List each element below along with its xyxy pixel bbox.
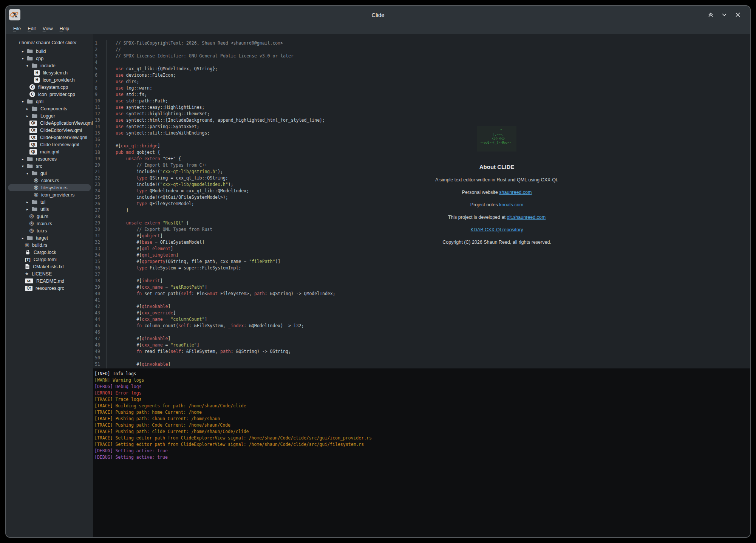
tree-item-gui.rs[interactable]: ®gui.rs xyxy=(8,213,91,220)
code-line[interactable]: 10use std::path::Path; xyxy=(93,98,750,104)
tree-item-include[interactable]: ▾include xyxy=(8,62,91,69)
tree-item-icon_provider.h[interactable]: Hicon_provider.h xyxy=(8,76,91,84)
tree-item-Cargo.lock[interactable]: Cargo.lock xyxy=(8,249,91,256)
expand-arrow-icon[interactable]: ▸ xyxy=(26,107,31,111)
tree-item-Cargo.toml[interactable]: [T]Cargo.toml xyxy=(8,256,91,263)
tree-item-icon_provider.cpp[interactable]: Cicon_provider.cpp xyxy=(8,91,91,98)
code-line[interactable]: 46 xyxy=(93,329,750,336)
tree-item-label: Cargo.toml xyxy=(34,257,57,262)
code-line[interactable]: 5use cxx_qt_lib::{QModelIndex, QString}; xyxy=(93,66,750,72)
code-line[interactable]: 45 fn column_count(self: &FileSystem, _i… xyxy=(93,323,750,329)
line-number: 18 xyxy=(93,149,107,156)
expand-arrow-icon[interactable]: ▾ xyxy=(26,172,31,175)
log-panel[interactable]: [INFO] Info logs[WARN] Warning logs[DEBU… xyxy=(93,368,750,537)
tree-item-LICENSE[interactable]: ★LICENSE xyxy=(8,270,91,277)
menu-item-help[interactable]: Help xyxy=(56,26,73,31)
code-line[interactable]: 36 type FileSystem = super::FileSystemIm… xyxy=(93,265,750,271)
about-link[interactable]: git.shaunreed.com xyxy=(507,215,546,220)
expand-arrow-icon[interactable]: ▾ xyxy=(22,57,27,60)
tree-item-main.qml[interactable]: Qtmain.qml xyxy=(8,148,91,155)
code-line[interactable]: 3// SPDX-License-Identifier: GNU General… xyxy=(93,53,750,59)
menu-item-file[interactable]: File xyxy=(10,26,24,31)
expand-arrow-icon[interactable]: ▾ xyxy=(22,100,27,104)
tree-item-target[interactable]: ▸target xyxy=(8,234,91,241)
code-line[interactable]: 40 fn set_root_path(self: Pin<&mut FileS… xyxy=(93,291,750,297)
expand-arrow-icon[interactable]: ▸ xyxy=(26,207,31,211)
title-bar[interactable]: X Clide xyxy=(6,6,750,23)
code-line[interactable]: 43 #[cxx_override] xyxy=(93,310,750,316)
tree-item-main.rs[interactable]: ®main.rs xyxy=(8,220,91,227)
about-link[interactable]: shaunreed.com xyxy=(499,190,532,195)
tree-item-filesystem.rs[interactable]: ®filesystem.rs xyxy=(8,184,91,191)
code-text: use std::fs; xyxy=(107,91,750,98)
expand-arrow-icon[interactable]: ▸ xyxy=(26,200,31,204)
code-line[interactable]: 42 #[qinvokable] xyxy=(93,303,750,310)
tree-item-Components[interactable]: ▸Components xyxy=(8,105,91,112)
code-line[interactable]: 11use syntect::easy::HighlightLines; xyxy=(93,104,750,111)
code-line[interactable]: 39 #[cxx_name = "setRootPath"] xyxy=(93,284,750,291)
code-line[interactable]: 34 #[qml_singleton] xyxy=(93,252,750,258)
code-line[interactable]: 1// SPDX-FileCopyrightText: 2026, Shaun … xyxy=(93,40,750,46)
menu-item-edit[interactable]: Edit xyxy=(24,26,39,31)
expand-arrow-icon[interactable]: ▾ xyxy=(22,164,27,168)
tree-item-ClideTreeView.qml[interactable]: QtClideTreeView.qml xyxy=(8,141,91,148)
tree-item-tui[interactable]: ▸tui xyxy=(8,198,91,206)
about-link[interactable]: KDAB CXX-Qt repository xyxy=(471,227,523,232)
tree-item-CMakeLists.txt[interactable]: CMakeLists.txt xyxy=(8,263,91,270)
tree-item-cpp[interactable]: ▾cpp xyxy=(8,55,91,62)
tree-item-tui.rs[interactable]: ®tui.rs xyxy=(8,227,91,234)
tree-item-utils[interactable]: ▸utils xyxy=(8,206,91,213)
tree-item-filesystem.h[interactable]: Hfilesystem.h xyxy=(8,69,91,76)
code-line[interactable]: 49 fn read_file(self: &FileSystem, path:… xyxy=(93,348,750,355)
code-line[interactable]: 12use syntect::highlighting::ThemeSet; xyxy=(93,111,750,117)
about-line: Copyright (C) 2026 Shaun Reed, all right… xyxy=(376,239,618,246)
tree-item-resources[interactable]: ▸resources xyxy=(8,155,91,162)
code-line[interactable]: 8use log::warn; xyxy=(93,85,750,91)
tree-item-qml[interactable]: ▾qml xyxy=(8,98,91,105)
expand-arrow-icon[interactable]: ▸ xyxy=(22,157,27,161)
expand-arrow-icon[interactable]: ▸ xyxy=(26,114,31,118)
code-editor[interactable]: 1// SPDX-FileCopyrightText: 2026, Shaun … xyxy=(93,34,750,368)
code-line[interactable]: 35 #[qproperty(QString, file_path, cxx_n… xyxy=(93,258,750,265)
minimize-button[interactable] xyxy=(720,11,728,19)
tree-item-resources.qrc[interactable]: Qtresources.qrc xyxy=(8,285,91,292)
code-line[interactable]: 6use devicons::FileIcon; xyxy=(93,72,750,79)
tree-item-colors.rs[interactable]: ®colors.rs xyxy=(8,177,91,184)
code-line[interactable]: 51 #[qinvokable] xyxy=(93,361,750,368)
tree-item-ClideApplicationView.qml[interactable]: QtClideApplicationView.qml xyxy=(8,119,91,127)
tree-item-ClideEditorView.qml[interactable]: QtClideEditorView.qml xyxy=(8,127,91,134)
code-line[interactable]: 50 xyxy=(93,355,750,361)
code-line[interactable]: 41 xyxy=(93,297,750,303)
expand-arrow-icon[interactable]: ▾ xyxy=(26,64,31,68)
tree-item-icon_provider.rs[interactable]: ®icon_provider.rs xyxy=(8,191,91,198)
code-text: #[qinvokable] xyxy=(107,336,750,342)
about-link[interactable]: knoats.com xyxy=(499,202,523,207)
code-line[interactable]: 4 xyxy=(93,59,750,66)
tree-item-src[interactable]: ▾src xyxy=(8,162,91,170)
tree-item-build.rs[interactable]: ®build.rs xyxy=(8,241,91,249)
code-text: #[qinvokable] xyxy=(107,303,750,310)
line-number: 3 xyxy=(93,53,107,59)
expand-arrow-icon[interactable]: ▸ xyxy=(22,50,27,53)
code-line[interactable]: 37 xyxy=(93,271,750,278)
tree-item-build[interactable]: ▸build xyxy=(8,48,91,55)
code-line[interactable]: 7use dirs; xyxy=(93,79,750,85)
tree-item-README.md[interactable]: M↓README.md xyxy=(8,277,91,285)
expand-arrow-icon[interactable]: ▸ xyxy=(22,236,27,240)
menu-item-view[interactable]: View xyxy=(39,26,56,31)
tree-item-Logger[interactable]: ▸Logger xyxy=(8,112,91,119)
code-line[interactable]: 48 #[cxx_name = "readFile"] xyxy=(93,342,750,348)
code-line[interactable]: 38 #[inherit] xyxy=(93,278,750,284)
maximize-button[interactable] xyxy=(707,11,714,19)
tree-item-filesystem.cpp[interactable]: Cfilesystem.cpp xyxy=(8,84,91,91)
code-line[interactable]: 2// xyxy=(93,46,750,53)
code-line[interactable]: 44 #[cxx_name = "columnCount"] xyxy=(93,316,750,323)
code-line[interactable]: 9use std::fs; xyxy=(93,91,750,98)
code-line[interactable]: 47 #[qinvokable] xyxy=(93,336,750,342)
code-line[interactable]: 52 xyxy=(93,368,750,368)
close-button[interactable] xyxy=(734,11,742,19)
code-line[interactable]: 13use syntect::html::{IncludeBackground,… xyxy=(93,117,750,124)
tree-item-ClideExplorerView.qml[interactable]: QtClideExplorerView.qml xyxy=(8,134,91,141)
log-line: [TRACE] Pushing path: shaun Current: /ho… xyxy=(94,416,747,422)
tree-item-gui[interactable]: ▾gui xyxy=(8,170,91,177)
